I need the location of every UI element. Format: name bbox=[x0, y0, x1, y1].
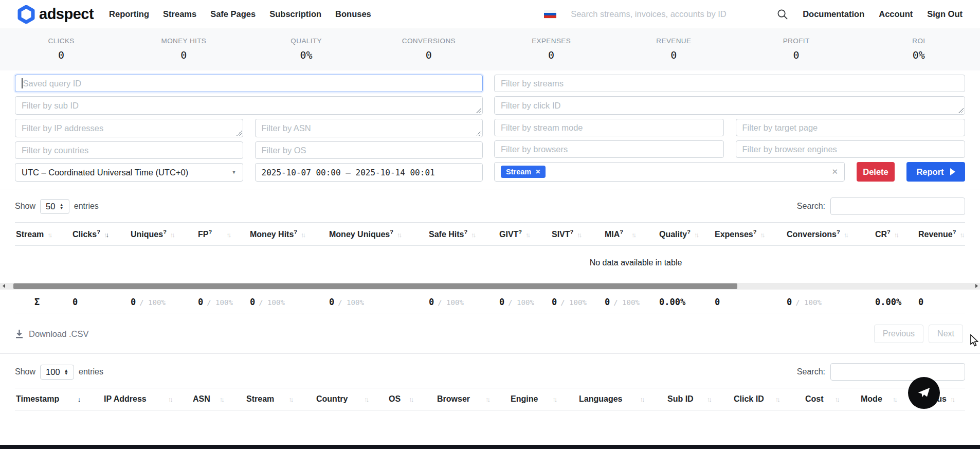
col-ip-address[interactable]: IP Address↑↓ bbox=[103, 388, 192, 410]
scroll-right-arrow[interactable] bbox=[973, 283, 980, 290]
col-cr[interactable]: CR?↑↓ bbox=[874, 223, 917, 246]
asn-filter-input[interactable] bbox=[255, 119, 483, 137]
table2-controls: Show 100 ▲▼ entries Search: bbox=[0, 354, 980, 388]
col-fp[interactable]: FP?↑↓ bbox=[197, 223, 249, 246]
nav-link-account[interactable]: Account bbox=[879, 9, 913, 19]
sub-id-filter-input[interactable] bbox=[15, 96, 483, 115]
countries-filter-input[interactable] bbox=[15, 141, 243, 159]
col-sivt[interactable]: SIVT?↑↓ bbox=[551, 223, 604, 246]
telegram-paper-plane-icon bbox=[916, 385, 932, 401]
totals-row-wrap: Σ 0 0/ 100% 0/ 100% 0/ 100% 0/ 100% 0/ 1… bbox=[15, 290, 965, 314]
pagination: Previous Next bbox=[874, 325, 963, 343]
global-search-input[interactable] bbox=[571, 9, 762, 19]
nav-item-subscription[interactable]: Subscription bbox=[269, 9, 321, 19]
sort-icon: ↑↓ bbox=[707, 396, 711, 403]
sort-icon: ↑↓ bbox=[301, 231, 304, 239]
col-country[interactable]: Country↑↓ bbox=[315, 388, 388, 410]
col-uniques[interactable]: Uniques?↑↓ bbox=[130, 223, 197, 246]
page-size-select-2[interactable]: 100 ▲▼ bbox=[40, 365, 74, 380]
language-flag-icon[interactable] bbox=[544, 10, 556, 19]
next-page-button[interactable]: Next bbox=[929, 325, 963, 343]
scrollbar-track[interactable] bbox=[7, 283, 973, 290]
browsers-filter-input[interactable] bbox=[494, 140, 724, 158]
col-cost[interactable]: Cost↑↓ bbox=[804, 388, 860, 410]
filters-right-column: Stream ✕ ✕ Delete Report bbox=[494, 75, 965, 182]
target-page-filter-input[interactable] bbox=[736, 119, 966, 136]
saved-query-id-input[interactable]: Saved query ID bbox=[15, 75, 483, 92]
click-id-filter-wrap bbox=[494, 96, 965, 115]
table2-search-input[interactable] bbox=[830, 363, 965, 381]
browser-engines-filter-input[interactable] bbox=[736, 140, 966, 158]
brand[interactable]: adspect bbox=[17, 5, 94, 24]
nav-item-streams[interactable]: Streams bbox=[163, 9, 196, 19]
sort-icon: ↑↓ bbox=[894, 231, 898, 239]
col-timestamp[interactable]: Timestamp↑↓ bbox=[15, 388, 103, 410]
col-money-uniques[interactable]: Money Uniques?↑↓ bbox=[328, 223, 428, 246]
col-expenses[interactable]: Expenses?↑↓ bbox=[714, 223, 786, 246]
stats-summary-strip: CLICKS0 MONEY HITS0 QUALITY0% CONVERSION… bbox=[0, 28, 980, 70]
top-navigation-bar: adspect Reporting Streams Safe Pages Sub… bbox=[0, 0, 980, 28]
col-safe-hits[interactable]: Safe Hits?↑↓ bbox=[428, 223, 498, 246]
table1-search-input[interactable] bbox=[830, 197, 965, 215]
previous-page-button[interactable]: Previous bbox=[874, 325, 923, 343]
col-clicks[interactable]: Clicks?↑↓ bbox=[71, 223, 130, 246]
telegram-button[interactable] bbox=[908, 377, 940, 409]
nav-link-sign-out[interactable]: Sign Out bbox=[927, 9, 963, 19]
date-range-input[interactable]: 2025-10-07 00:00 – 2025-10-14 00:01 bbox=[255, 163, 483, 182]
remove-tag-icon[interactable]: ✕ bbox=[535, 168, 540, 175]
nav-item-reporting[interactable]: Reporting bbox=[109, 9, 149, 19]
nav-link-documentation[interactable]: Documentation bbox=[803, 9, 864, 19]
stream-tag-chip[interactable]: Stream ✕ bbox=[501, 166, 546, 178]
col-mia[interactable]: MIA?↑↓ bbox=[604, 223, 658, 246]
sort-icon: ↑↓ bbox=[170, 231, 174, 239]
nav-item-safe-pages[interactable]: Safe Pages bbox=[210, 9, 256, 19]
stat-revenue: REVENUE0 bbox=[612, 37, 735, 61]
ip-addresses-filter-input[interactable] bbox=[15, 119, 243, 137]
col-money-hits[interactable]: Money Hits?↑↓ bbox=[249, 223, 328, 246]
search-icon[interactable] bbox=[776, 8, 788, 20]
sort-icon: ↑↓ bbox=[694, 231, 698, 239]
sort-icon: ↑↓ bbox=[168, 396, 172, 403]
col-revenue[interactable]: Revenue?↑↓ bbox=[917, 223, 965, 246]
scroll-left-arrow[interactable] bbox=[0, 283, 7, 290]
table1-footer: Download .CSV Previous Next bbox=[0, 314, 980, 353]
sort-icon: ↑↓ bbox=[844, 231, 847, 239]
col-asn[interactable]: ASN↑↓ bbox=[192, 388, 245, 410]
col-givt[interactable]: GIVT?↑↓ bbox=[498, 223, 551, 246]
col-engine[interactable]: Engine↑↓ bbox=[510, 388, 578, 410]
os-filter-input[interactable] bbox=[255, 141, 483, 159]
scrollbar-thumb[interactable] bbox=[13, 283, 737, 289]
filters-left-column: Saved query ID bbox=[15, 75, 483, 182]
col-quality[interactable]: Quality?↑↓ bbox=[658, 223, 714, 246]
report-button[interactable]: Report bbox=[906, 162, 965, 182]
table2-search: Search: bbox=[797, 363, 965, 381]
streams-filter-input[interactable] bbox=[494, 75, 965, 92]
stat-clicks: CLICKS0 bbox=[0, 37, 122, 61]
col-conversions[interactable]: Conversions?↑↓ bbox=[786, 223, 874, 246]
clear-tags-icon[interactable]: ✕ bbox=[831, 167, 838, 176]
col-languages[interactable]: Languages↑↓ bbox=[578, 388, 666, 410]
adspect-logo-icon bbox=[17, 5, 35, 24]
col-stream[interactable]: Stream↑↓ bbox=[15, 223, 71, 246]
col-browser[interactable]: Browser↑↓ bbox=[436, 388, 510, 410]
stream-mode-filter-input[interactable] bbox=[494, 119, 724, 136]
sort-icon: ↑↓ bbox=[577, 231, 580, 239]
col-sub-id[interactable]: Sub ID↑↓ bbox=[666, 388, 733, 410]
group-by-tag-input[interactable]: Stream ✕ ✕ bbox=[494, 162, 845, 182]
col-os2[interactable]: OS↑↓ bbox=[388, 388, 436, 410]
sort-icon: ↑↓ bbox=[47, 231, 51, 239]
table1-search: Search: bbox=[797, 197, 965, 215]
click-id-filter-input[interactable] bbox=[494, 96, 965, 115]
col-click-id[interactable]: Click ID↑↓ bbox=[733, 388, 804, 410]
col-stream2[interactable]: Stream↑↓ bbox=[245, 388, 315, 410]
nav-item-bonuses[interactable]: Bonuses bbox=[335, 9, 371, 19]
filters-panel: Saved query ID bbox=[0, 70, 980, 182]
delete-button[interactable]: Delete bbox=[857, 162, 895, 182]
sort-icon: ↑↓ bbox=[471, 231, 475, 239]
download-csv-link[interactable]: Download .CSV bbox=[15, 329, 88, 339]
timezone-select[interactable]: UTC – Coordinated Universal Time (UTC+0)… bbox=[15, 163, 243, 182]
sort-icon: ↑↓ bbox=[220, 396, 223, 403]
table1-controls: Show 50 ▲▼ entries Search: bbox=[0, 189, 980, 222]
sort-icon: ↑↓ bbox=[552, 396, 556, 403]
page-size-select[interactable]: 50 ▲▼ bbox=[40, 199, 69, 214]
